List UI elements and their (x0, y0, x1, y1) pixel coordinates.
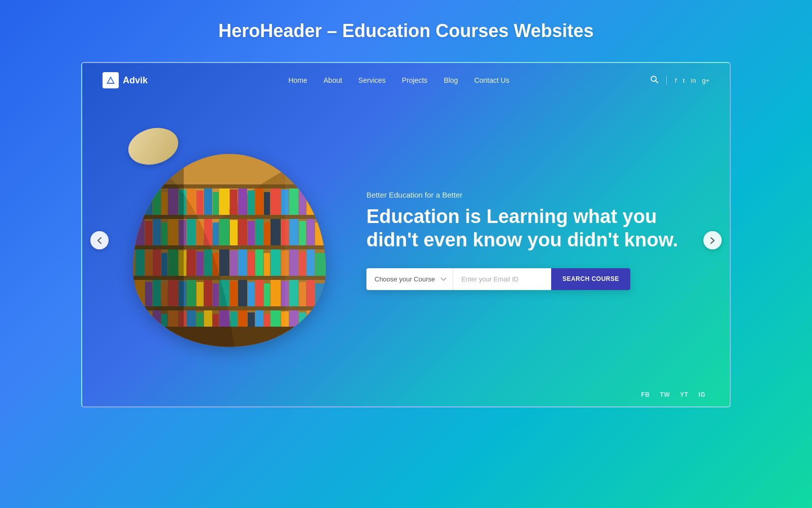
svg-rect-20 (213, 192, 219, 215)
search-course-button[interactable]: SEARCH COURSE (551, 268, 630, 290)
library-image-blob (133, 154, 326, 347)
nav-blog[interactable]: Blog (444, 76, 458, 84)
svg-rect-42 (213, 223, 219, 245)
svg-rect-27 (270, 188, 281, 215)
search-bar: Choose your Course Web Development Data … (366, 268, 630, 290)
svg-line-3 (656, 81, 658, 83)
carousel-prev-button[interactable] (90, 231, 109, 249)
logo[interactable]: Advik (103, 72, 148, 88)
svg-rect-11 (136, 188, 145, 215)
svg-rect-49 (270, 219, 281, 245)
svg-rect-65 (219, 249, 229, 276)
svg-rect-47 (255, 219, 263, 245)
course-select[interactable]: Choose your Course Web Development Data … (366, 268, 453, 290)
svg-rect-45 (238, 219, 247, 245)
svg-rect-90 (248, 282, 255, 306)
hero-headline: Education is Learning what you didn't ev… (366, 205, 699, 251)
nav-projects[interactable]: Projects (402, 76, 428, 84)
footer-yt-link[interactable]: YT (680, 391, 688, 398)
svg-rect-120 (315, 314, 326, 337)
svg-rect-71 (270, 249, 281, 276)
svg-rect-24 (248, 190, 255, 215)
footer-ig-link[interactable]: IG (698, 391, 705, 398)
svg-rect-67 (238, 249, 247, 276)
hero-body: Better Education for a Better Education … (82, 98, 730, 383)
svg-rect-89 (238, 280, 247, 306)
svg-rect-48 (264, 223, 270, 245)
svg-rect-44 (230, 220, 238, 245)
svg-rect-122 (285, 154, 326, 347)
nav-right: f t in g+ (650, 75, 709, 85)
svg-rect-100 (145, 312, 152, 337)
hero-footer: FB TW YT IG (82, 383, 730, 406)
svg-rect-69 (255, 249, 263, 276)
svg-rect-93 (270, 280, 281, 306)
svg-rect-32 (315, 192, 326, 215)
svg-rect-88 (230, 281, 238, 306)
nav-links: Home About Services Projects Blog Contac… (288, 76, 510, 85)
nav-twitter-icon[interactable]: t (683, 77, 685, 84)
nav-facebook-icon[interactable]: f (675, 77, 677, 84)
nav-about[interactable]: About (324, 76, 343, 84)
hero-subtitle: Better Education for a Better (366, 190, 699, 199)
logo-icon (103, 72, 119, 88)
svg-rect-91 (255, 280, 263, 306)
footer-fb-link[interactable]: FB (641, 391, 650, 398)
page-title: HeroHeader – Education Courses Websites (218, 20, 594, 42)
logo-text: Advik (123, 75, 148, 86)
hero-section: Advik Home About Services Projects Blog … (81, 62, 731, 407)
svg-rect-92 (264, 283, 270, 306)
nav-linkedin-icon[interactable]: in (691, 77, 696, 84)
svg-rect-43 (219, 219, 229, 245)
svg-rect-25 (255, 188, 263, 215)
nav-contact[interactable]: Contact Us (474, 76, 509, 84)
navbar: Advik Home About Services Projects Blog … (82, 63, 730, 98)
nav-divider (666, 76, 667, 85)
svg-rect-99 (136, 310, 145, 337)
footer-tw-link[interactable]: TW (660, 391, 670, 398)
deco-circle (124, 122, 183, 170)
svg-rect-18 (196, 190, 204, 215)
svg-rect-66 (230, 250, 238, 276)
hero-image-container (113, 134, 336, 347)
svg-rect-26 (264, 192, 270, 215)
svg-rect-46 (248, 221, 255, 245)
svg-rect-21 (219, 188, 229, 215)
nav-services[interactable]: Services (358, 76, 386, 84)
email-input[interactable] (453, 268, 551, 290)
hero-text-content: Better Education for a Better Education … (366, 190, 699, 290)
svg-rect-68 (248, 251, 255, 276)
nav-gplus-icon[interactable]: g+ (702, 77, 709, 84)
svg-rect-22 (230, 189, 238, 215)
carousel-next-button[interactable] (703, 231, 722, 249)
svg-rect-19 (204, 188, 212, 215)
nav-social-icons: f t in g+ (675, 77, 709, 84)
svg-rect-23 (238, 188, 247, 215)
nav-home[interactable]: Home (288, 76, 307, 84)
svg-rect-70 (264, 253, 270, 276)
search-icon-button[interactable] (650, 75, 658, 85)
